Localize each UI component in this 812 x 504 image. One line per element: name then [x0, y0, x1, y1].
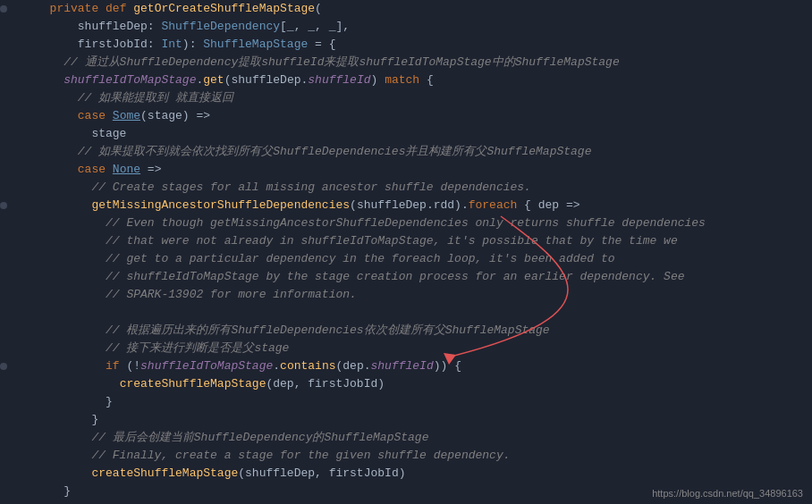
line-content-29: } — [29, 500, 812, 504]
code-line-12: getMissingAncestorShuffleDependencies(sh… — [0, 197, 812, 214]
code-line-8: stage — [0, 125, 812, 143]
code-line-10: case None => — [0, 161, 812, 179]
code-line-11: // Create stages for all missing ancesto… — [0, 179, 812, 197]
line-content-4: // 通过从ShuffleDependency提取shuffleId来提取shu… — [29, 54, 812, 71]
line-content-27: createShuffleMapStage(shuffleDep, firstJ… — [29, 465, 812, 483]
line-content-9: // 如果提取不到就会依次找到所有父ShuffleDependencies并且构… — [29, 143, 812, 161]
line-content-22: createShuffleMapStage(dep, firstJobId) — [29, 375, 812, 393]
line-content-24: } — [29, 411, 812, 429]
code-line-7: case Some(stage) => — [0, 107, 812, 125]
code-line-1: private def getOrCreateShuffleMapStage( — [0, 0, 812, 18]
code-line-22: createShuffleMapStage(dep, firstJobId) — [0, 375, 812, 393]
code-line-9: // 如果提取不到就会依次找到所有父ShuffleDependencies并且构… — [0, 143, 812, 161]
line-content-6: // 如果能提取到 就直接返回 — [29, 89, 812, 107]
line-content-1: private def getOrCreateShuffleMapStage( — [29, 0, 812, 18]
watermark: https://blog.csdn.net/qq_34896163 — [652, 488, 803, 499]
code-line-21: if (!shuffleIdToMapStage.contains(dep.sh… — [0, 357, 812, 375]
line-content-23: } — [29, 393, 812, 411]
code-line-26: // Finally, create a stage for the given… — [0, 447, 812, 465]
code-line-27: createShuffleMapStage(shuffleDep, firstJ… — [0, 465, 812, 483]
code-line-4: // 通过从ShuffleDependency提取shuffleId来提取shu… — [0, 54, 812, 71]
line-content-19: // 根据遍历出来的所有ShuffleDependencies依次创建所有父Sh… — [29, 322, 812, 340]
code-line-20: // 接下来进行判断是否是父stage — [0, 340, 812, 357]
line-content-17: // SPARK-13902 for more information. — [29, 286, 812, 304]
line-content-26: // Finally, create a stage for the given… — [29, 447, 812, 465]
line-content-12: getMissingAncestorShuffleDependencies(sh… — [29, 197, 812, 214]
code-line-13: // Even though getMissingAncestorShuffle… — [0, 214, 812, 232]
line-content-2: shuffleDep: ShuffleDependency[_, _, _], — [29, 18, 812, 36]
line-content-16: // shuffleIdToMapStage by the stage crea… — [29, 268, 812, 286]
code-line-29: } — [0, 500, 812, 504]
code-line-6: // 如果能提取到 就直接返回 — [0, 89, 812, 107]
line-content-10: case None => — [29, 161, 812, 179]
code-line-24: } — [0, 411, 812, 429]
line-content-3: firstJobId: Int): ShuffleMapStage = { — [29, 36, 812, 54]
code-line-15: // get to a particular dependency in the… — [0, 250, 812, 268]
code-line-2: shuffleDep: ShuffleDependency[_, _, _], — [0, 18, 812, 36]
code-lines: private def getOrCreateShuffleMapStage( … — [0, 0, 812, 504]
code-line-18 — [0, 304, 812, 322]
line-content-8: stage — [29, 125, 812, 143]
line-content-14: // that were not already in shuffleIdToM… — [29, 232, 812, 250]
code-line-3: firstJobId: Int): ShuffleMapStage = { — [0, 36, 812, 54]
code-line-17: // SPARK-13902 for more information. — [0, 286, 812, 304]
line-content-11: // Create stages for all missing ancesto… — [29, 179, 812, 197]
code-line-5: shuffleIdToMapStage.get(shuffleDep.shuff… — [0, 71, 812, 89]
line-content-25: // 最后会创建当前ShuffleDependency的ShuffleMapSt… — [29, 429, 812, 447]
line-content-7: case Some(stage) => — [29, 107, 812, 125]
line-content-15: // get to a particular dependency in the… — [29, 250, 812, 268]
code-line-16: // shuffleIdToMapStage by the stage crea… — [0, 268, 812, 286]
code-line-23: } — [0, 393, 812, 411]
line-content-13: // Even though getMissingAncestorShuffle… — [29, 214, 812, 232]
line-content-21: if (!shuffleIdToMapStage.contains(dep.sh… — [29, 357, 812, 375]
code-line-25: // 最后会创建当前ShuffleDependency的ShuffleMapSt… — [0, 429, 812, 447]
line-content-5: shuffleIdToMapStage.get(shuffleDep.shuff… — [29, 71, 812, 89]
line-content-18 — [29, 304, 812, 322]
line-content-20: // 接下来进行判断是否是父stage — [29, 340, 812, 357]
code-line-19: // 根据遍历出来的所有ShuffleDependencies依次创建所有父Sh… — [0, 322, 812, 340]
code-line-14: // that were not already in shuffleIdToM… — [0, 232, 812, 250]
code-container: private def getOrCreateShuffleMapStage( … — [0, 0, 812, 504]
